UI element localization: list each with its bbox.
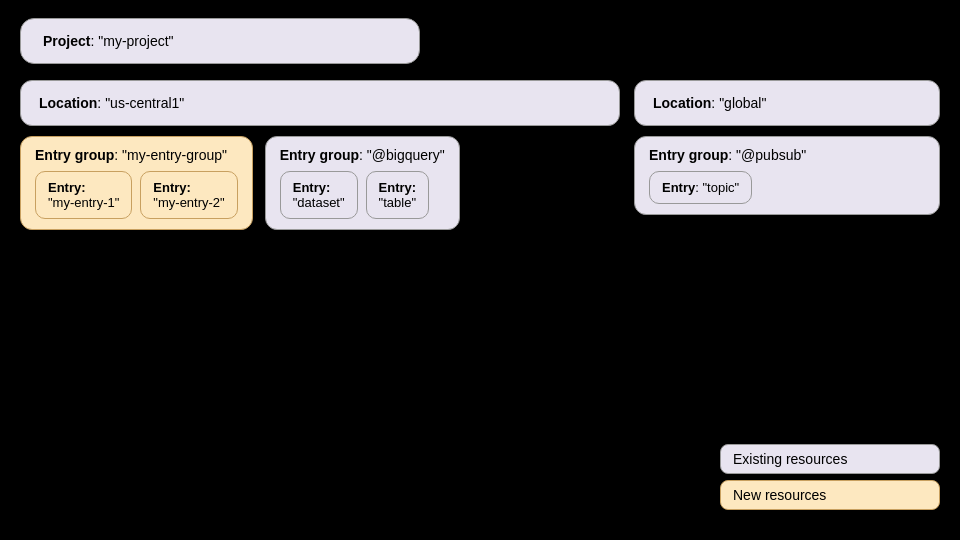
entry-topic: Entry: "topic" [649, 171, 752, 204]
project-box: Project: "my-project" [20, 18, 420, 64]
locations-row: Location: "us-central1" Entry group: "my… [20, 80, 940, 230]
entry-my-entry-2: Entry: "my-entry-2" [140, 171, 237, 219]
legend-existing: Existing resources [720, 444, 940, 474]
entry-group-my-entry-group-title: Entry group: "my-entry-group" [35, 147, 238, 163]
project-row: Project: "my-project" [20, 18, 940, 64]
entry-group-my-entry-group: Entry group: "my-entry-group" Entry: "my… [20, 136, 253, 230]
entries-row-bigquery: Entry: "dataset" Entry: "table" [280, 171, 445, 219]
location-right-box: Location: "global" [634, 80, 940, 126]
location-left-label: Location [39, 95, 97, 111]
legend-new: New resources [720, 480, 940, 510]
entry-group-bigquery-title: Entry group: "@bigquery" [280, 147, 445, 163]
entries-row-my-entry-group: Entry: "my-entry-1" Entry: "my-entry-2" [35, 171, 238, 219]
legend-new-label: New resources [733, 487, 826, 503]
entry-group-bigquery: Entry group: "@bigquery" Entry: "dataset… [265, 136, 460, 230]
entries-row-pubsub: Entry: "topic" [649, 171, 925, 204]
entry-group-pubsub-title: Entry group: "@pubsub" [649, 147, 925, 163]
location-right-col: Location: "global" Entry group: "@pubsub… [634, 80, 940, 230]
location-left-value: "us-central1" [105, 95, 184, 111]
entry-group-pubsub: Entry group: "@pubsub" Entry: "topic" [634, 136, 940, 215]
legend-existing-label: Existing resources [733, 451, 847, 467]
entry-dataset: Entry: "dataset" [280, 171, 358, 219]
entry-table: Entry: "table" [366, 171, 430, 219]
location-right-value: "global" [719, 95, 766, 111]
location-left-col: Location: "us-central1" Entry group: "my… [20, 80, 620, 230]
project-label: Project [43, 33, 90, 49]
location-right-label: Location [653, 95, 711, 111]
legend: Existing resources New resources [720, 444, 940, 510]
entry-my-entry-1: Entry: "my-entry-1" [35, 171, 132, 219]
project-value: "my-project" [98, 33, 173, 49]
location-left-box: Location: "us-central1" [20, 80, 620, 126]
left-groups: Entry group: "my-entry-group" Entry: "my… [20, 136, 620, 230]
